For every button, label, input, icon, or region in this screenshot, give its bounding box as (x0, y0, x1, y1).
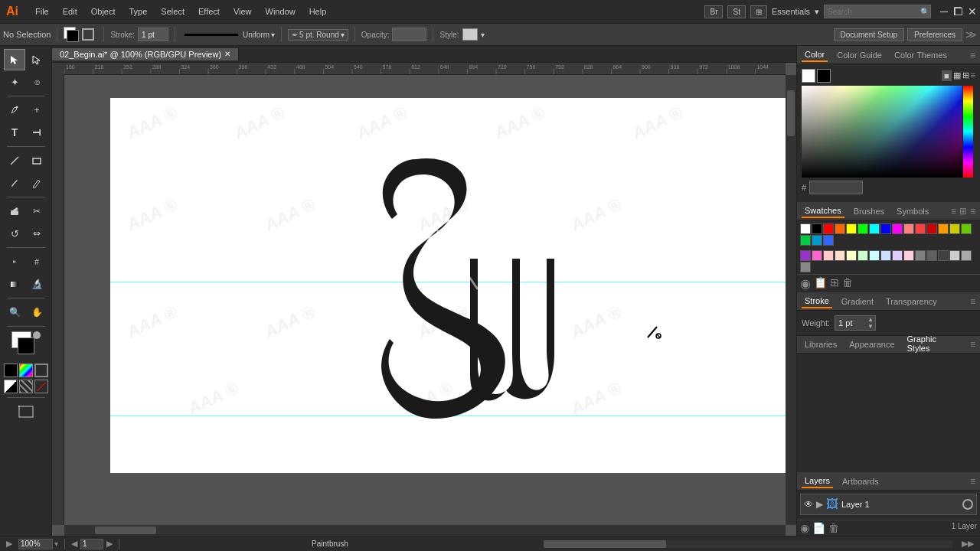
color-panel-options[interactable]: ≡ (971, 70, 975, 81)
layer-library-icon[interactable]: ◉ (800, 522, 809, 534)
direct-select-tool[interactable] (26, 49, 47, 70)
panel-options-icon[interactable]: ≫ (965, 28, 977, 41)
swatch-item[interactable] (846, 250, 857, 261)
scroll-indicator[interactable] (544, 540, 952, 548)
swatch-item[interactable] (823, 223, 834, 234)
swatch-panel-menu[interactable]: ≡ (970, 206, 975, 217)
black-swatch[interactable] (817, 69, 831, 83)
lasso-tool[interactable]: ⌾ (26, 71, 47, 93)
swatch-item[interactable] (812, 250, 822, 261)
swatch-item[interactable] (858, 223, 868, 234)
zoom-input[interactable] (18, 539, 53, 549)
stroke-weight-value[interactable] (835, 316, 866, 330)
stroke-round-dropdown[interactable]: ▾ (341, 31, 345, 39)
bottom-panel-close[interactable]: ≡ (970, 339, 975, 350)
white-swatch[interactable] (802, 69, 815, 83)
stroke-round-group[interactable]: ✒ 5 pt. Round ▾ (288, 29, 348, 41)
swatch-list-view[interactable]: ≡ (951, 206, 956, 217)
swatch-item[interactable] (949, 250, 960, 261)
color-picker[interactable] (802, 86, 973, 178)
essentials-dropdown-icon[interactable]: ▾ (815, 7, 819, 17)
color-rgb-icon[interactable]: ■ (942, 70, 952, 81)
rect-tool[interactable] (26, 150, 47, 171)
color-hex-input[interactable]: 000000 (809, 181, 863, 194)
layer-delete-icon[interactable]: 🗑 (828, 522, 839, 534)
swatch-item[interactable] (903, 223, 914, 234)
pattern-indicator[interactable] (19, 380, 33, 393)
swatch-item[interactable] (823, 235, 834, 246)
color-panel-close[interactable]: ≡ (970, 50, 975, 60)
reflect-tool[interactable]: ⇔ (26, 223, 47, 244)
opacity-input[interactable]: 100% (392, 28, 426, 41)
swatch-item[interactable] (892, 250, 903, 261)
eyedropper-tool[interactable]: 🔬 (26, 273, 47, 295)
tab-color[interactable]: Color (802, 48, 828, 62)
swatch-item[interactable] (812, 223, 822, 234)
swatch-item[interactable] (869, 250, 880, 261)
tab-stroke[interactable]: Stroke (802, 295, 832, 308)
status-arrow-icon[interactable]: ▶ (6, 539, 12, 549)
menu-edit[interactable]: Edit (57, 5, 83, 18)
tab-brushes[interactable]: Brushes (851, 205, 887, 217)
swatch-item[interactable] (926, 223, 937, 234)
menu-type[interactable]: Type (123, 5, 154, 18)
swatch-item[interactable] (926, 250, 937, 261)
pencil-tool[interactable] (26, 172, 47, 194)
magic-wand-tool[interactable]: ✦ (4, 71, 25, 93)
layer-visibility-icon[interactable]: 👁 (804, 499, 813, 510)
swatch-item[interactable] (800, 223, 811, 234)
swatch-item[interactable] (800, 250, 811, 261)
menu-help[interactable]: Help (303, 5, 333, 18)
none-indicator[interactable] (34, 364, 48, 377)
style-swatch[interactable] (462, 28, 478, 41)
pen-tool[interactable] (4, 99, 25, 121)
layer-item-1[interactable]: 👁 ▶ 🖼 Layer 1 (800, 494, 977, 515)
menu-effect[interactable]: Effect (192, 5, 226, 18)
swatch-library-icon[interactable]: ◉ (800, 276, 811, 291)
preferences-button[interactable]: Preferences (907, 28, 962, 41)
swatch-item[interactable] (949, 223, 960, 234)
scrollbar-horizontal[interactable] (64, 525, 786, 536)
search-input[interactable] (824, 5, 931, 18)
tab-appearance[interactable]: Appearance (846, 338, 897, 350)
line-tool[interactable] (4, 150, 25, 171)
next-button[interactable]: ▶▶ (962, 539, 974, 549)
layers-panel-close[interactable]: ≡ (970, 476, 975, 487)
menu-window[interactable]: Window (260, 5, 302, 18)
none-swatch[interactable] (34, 380, 48, 393)
zoom-dropdown[interactable]: ▾ (54, 540, 58, 548)
tab-transparency[interactable]: Transparency (883, 295, 940, 308)
stroke-weight-down[interactable]: ▼ (866, 323, 875, 330)
layer-expand-icon[interactable]: ▶ (816, 499, 823, 510)
tab-color-guide[interactable]: Color Guide (834, 49, 885, 61)
delete-swatch-icon[interactable]: 🗑 (842, 276, 853, 291)
fill-indicator[interactable] (4, 364, 18, 377)
swatch-item[interactable] (915, 250, 926, 261)
tab-libraries[interactable]: Libraries (802, 338, 840, 350)
layer-new-icon[interactable]: 📄 (812, 522, 825, 534)
menu-select[interactable]: Select (155, 5, 191, 18)
stroke-weight-up[interactable]: ▲ (866, 316, 875, 323)
tab-artboards[interactable]: Artboards (839, 475, 882, 487)
type-tool[interactable]: T (4, 122, 25, 143)
swatch-item[interactable] (903, 250, 914, 261)
prev-artboard-icon[interactable]: ◀ (71, 539, 77, 549)
swatch-item[interactable] (938, 223, 949, 234)
stroke-swatch[interactable] (82, 28, 94, 41)
eraser-tool[interactable] (4, 201, 25, 222)
tab-graphic-styles[interactable]: Graphic Styles (904, 333, 964, 356)
swatch-item[interactable] (858, 250, 868, 261)
swatch-item[interactable] (869, 223, 880, 234)
swatch-item[interactable] (835, 223, 845, 234)
document-setup-button[interactable]: Document Setup (834, 28, 905, 41)
swatch-item[interactable] (880, 250, 891, 261)
swatch-item[interactable] (961, 223, 972, 234)
swatch-item[interactable] (835, 250, 845, 261)
scroll-thumb-v[interactable] (787, 90, 795, 136)
minimize-button[interactable]: ─ (940, 5, 948, 18)
swatch-item[interactable] (892, 223, 903, 234)
tab-layers[interactable]: Layers (802, 474, 833, 488)
vertical-type-tool[interactable]: T (26, 122, 47, 143)
menu-file[interactable]: File (29, 5, 55, 18)
color-mode-indicator[interactable] (19, 364, 33, 377)
